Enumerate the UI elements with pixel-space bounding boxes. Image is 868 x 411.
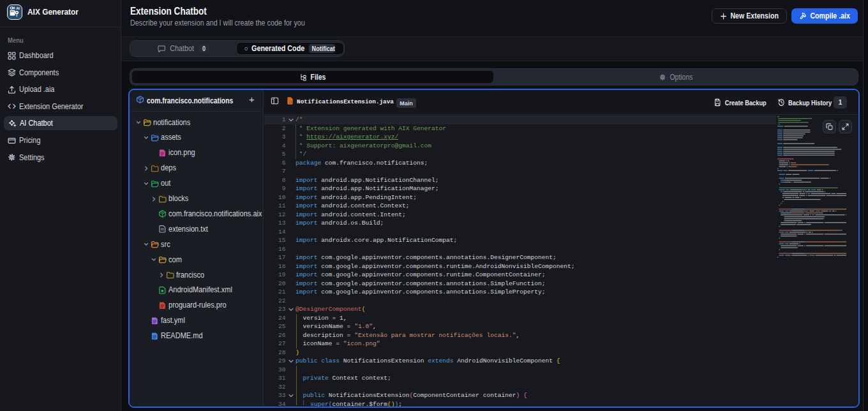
svg-text:AI: AI bbox=[16, 6, 20, 10]
